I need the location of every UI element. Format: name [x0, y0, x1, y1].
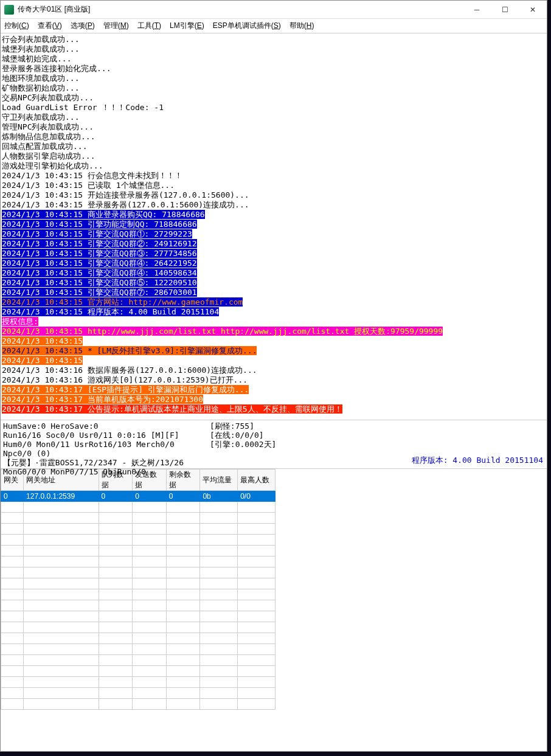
log-line: 地图环境加载成功...	[2, 74, 547, 83]
gateway-table-wrap[interactable]: 网关网关地址队列数据发送数据剩余数据平均流量最高人数 0127.0.0.1:25…	[1, 469, 547, 751]
table-row[interactable]	[1, 535, 276, 546]
table-row[interactable]	[1, 600, 276, 611]
menu-c[interactable]: 控制(C)	[4, 21, 29, 31]
close-button[interactable]: ✕	[519, 1, 547, 19]
log-line: Load GuardList Error ！！！Code: -1	[2, 103, 547, 113]
col-6[interactable]: 最高人数	[238, 470, 276, 491]
table-row[interactable]	[1, 524, 276, 535]
log-line: 回城点配置加载成功...	[2, 142, 547, 151]
stat-line: [在线:0/0/0]	[210, 431, 276, 440]
log-area[interactable]: 行会列表加载成功...城堡列表加载成功...城堡城初始完成...登录服务器连接初…	[1, 33, 547, 420]
log-line: 2024/1/3 10:43:15	[2, 356, 547, 366]
menu-m[interactable]: 管理(M)	[103, 21, 129, 31]
table-row[interactable]	[1, 699, 276, 710]
table-row[interactable]	[1, 502, 276, 513]
log-line: 2024/1/3 10:43:15 引擎交流QQ群②: 249126912	[2, 239, 547, 249]
table-row[interactable]	[1, 611, 276, 622]
log-line: 行会列表加载成功...	[2, 35, 547, 44]
log-line: 2024/1/3 10:43:15 引擎功能定制QQ: 718846686	[2, 220, 547, 229]
stat-line: [引擎:0.0002天]	[210, 440, 276, 449]
log-line: 矿物数据初始成功...	[2, 83, 547, 93]
log-line: 2024/1/3 10:43:15 http://www.jjj.com/lis…	[2, 327, 547, 336]
log-line: 2024/1/3 10:43:15 开始连接登录服务器(127.0.0.1:56…	[2, 190, 547, 200]
col-5[interactable]: 平均流量	[200, 470, 238, 491]
titlebar[interactable]: 传奇大学01区 [商业版] ─ ☐ ✕	[1, 1, 547, 19]
log-line: 登录服务器连接初始化完成...	[2, 64, 547, 74]
table-row[interactable]	[1, 666, 276, 677]
table-row[interactable]	[1, 578, 276, 589]
log-line: 交易NPC列表加载成功...	[2, 93, 547, 103]
table-row[interactable]	[1, 688, 276, 699]
table-row[interactable]	[1, 557, 276, 567]
table-row[interactable]	[1, 589, 276, 600]
log-line: 城堡列表加载成功...	[2, 44, 547, 54]
window-title: 传奇大学01区 [商业版]	[18, 4, 90, 15]
stat-line: [刷怪:755]	[210, 421, 276, 431]
log-line: 2024/1/3 10:43:15 商业登录器购买QQ: 718846686	[2, 210, 547, 220]
log-line: 2024/1/3 10:43:15 * [LM反外挂引擎v3.9]:引擎漏洞修复…	[2, 346, 547, 356]
menu-s[interactable]: ESP单机调试插件(S)	[213, 21, 281, 31]
table-row[interactable]	[1, 677, 276, 688]
stat-line: MonG0/0/0 MonP0/7/15 ObjRun0/0	[3, 467, 205, 476]
menu-h[interactable]: 帮助(H)	[289, 21, 314, 31]
log-line: 2024/1/3 10:43:17 当前单机版本号为:2021071300	[2, 395, 547, 404]
stats-left: HumSave:0 HeroSave:0Run16/16 Soc0/0 Usr0…	[1, 420, 207, 468]
menu-v[interactable]: 查看(V)	[38, 21, 62, 31]
maximize-button[interactable]: ☐	[491, 1, 519, 19]
app-window: 传奇大学01区 [商业版] ─ ☐ ✕ 控制(C)查看(V)选项(P)管理(M)…	[0, 0, 547, 752]
log-line: 城堡城初始完成...	[2, 54, 547, 64]
log-line: 2024/1/3 10:43:15 登录服务器(127.0.0.1:5600)连…	[2, 200, 547, 210]
menu-e[interactable]: LM引擎(E)	[170, 21, 204, 31]
table-row[interactable]	[1, 633, 276, 644]
table-row[interactable]	[1, 644, 276, 655]
version-label: 程序版本: 4.00 Build 20151104	[412, 456, 543, 465]
log-line: 人物数据引擎启动成功...	[2, 151, 547, 161]
stat-line: HumSave:0 HeroSave:0	[3, 421, 205, 431]
log-line: 2024/1/3 10:43:15 引擎交流QQ群④: 264221952	[2, 258, 547, 268]
stat-line: 【元婴】·雷霆BOSS1,72/2347 - 妖之树/13/26	[3, 458, 205, 467]
menu-t[interactable]: 工具(T)	[137, 21, 161, 31]
log-line: 2024/1/3 10:43:15 已读取 1个城堡信息...	[2, 181, 547, 190]
log-line: 2024/1/3 10:43:16 数据库服务器(127.0.0.1:6000)…	[2, 366, 547, 375]
table-row[interactable]	[1, 546, 276, 557]
app-icon	[4, 5, 14, 15]
minimize-button[interactable]: ─	[463, 1, 491, 19]
table-row[interactable]	[1, 622, 276, 633]
log-line: 2024/1/3 10:43:15 官方网站: http://www.gameo…	[2, 297, 547, 307]
stats-right: [刷怪:755][在线:0/0/0][引擎:0.0002天]	[207, 420, 279, 468]
log-line: 2024/1/3 10:43:15 引擎交流QQ群⑤: 122209510	[2, 278, 547, 288]
log-line: 2024/1/3 10:43:15 引擎交流QQ群⑦: 286703001	[2, 288, 547, 297]
table-row[interactable]	[1, 655, 276, 666]
log-line: 2024/1/3 10:43:16 游戏网关[0](127.0.0.1:2539…	[2, 375, 547, 385]
log-line: 2024/1/3 10:43:17 [ESP插件提示] 引擎漏洞和后门修复成功.…	[2, 385, 547, 395]
log-line: 2024/1/3 10:43:15 引擎交流QQ群①: 27299223	[2, 229, 547, 239]
log-line: 游戏处理引擎初始化成功...	[2, 161, 547, 171]
menubar: 控制(C)查看(V)选项(P)管理(M)工具(T)LM引擎(E)ESP单机调试插…	[1, 19, 547, 33]
log-line: 炼制物品信息加载成功...	[2, 132, 547, 142]
stats-panel: HumSave:0 HeroSave:0Run16/16 Soc0/0 Usr0…	[1, 420, 547, 469]
log-line: 2024/1/3 10:43:15 程序版本: 4.00 Build 20151…	[2, 307, 547, 317]
log-line: 2024/1/3 10:43:15 行会信息文件未找到！！！	[2, 171, 547, 181]
log-line: 2024/1/3 10:43:15	[2, 336, 547, 346]
log-line: 管理NPC列表加载成功...	[2, 122, 547, 132]
menu-p[interactable]: 选项(P)	[71, 21, 95, 31]
table-row[interactable]	[1, 567, 276, 578]
table-row[interactable]	[1, 513, 276, 524]
gateway-table: 网关网关地址队列数据发送数据剩余数据平均流量最高人数 0127.0.0.1:25…	[1, 469, 276, 710]
stat-line: Hum0/0 Mon0/11 UsrRot16/103 Merch0/0 Npc…	[3, 440, 205, 458]
log-line: 2024/1/3 10:43:15 引擎交流QQ群④: 140598634	[2, 268, 547, 278]
log-line: 2024/1/3 10:43:17 公告提示:单机调试版本禁止商业用途、上限5人…	[2, 404, 547, 414]
stat-line: Run16/16 Soc0/0 Usr0/11 0:0:16 [M][F]	[3, 431, 205, 440]
log-line: 2024/1/3 10:43:15 引擎交流QQ群③: 277734856	[2, 249, 547, 258]
log-line: 守卫列表加载成功...	[2, 113, 547, 122]
table-row[interactable]: 0127.0.0.1:25390000b0/0	[1, 491, 276, 502]
log-line: 授权信息:	[2, 317, 547, 327]
